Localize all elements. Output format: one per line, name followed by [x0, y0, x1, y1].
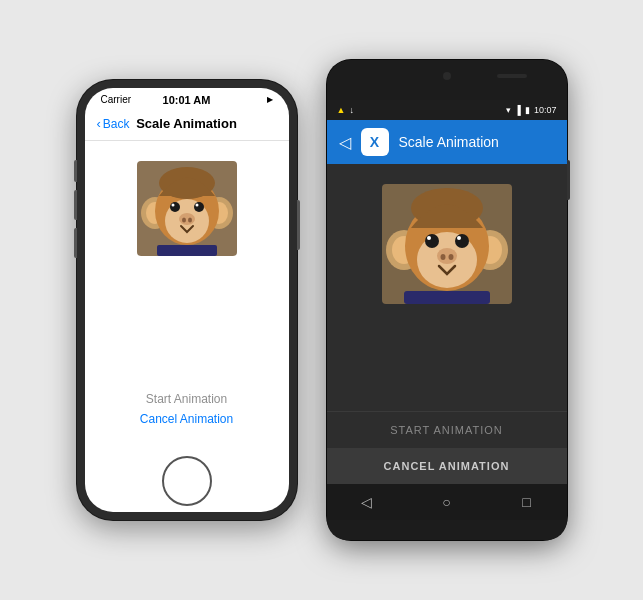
android-camera — [443, 72, 451, 80]
android-toolbar-title: Scale Animation — [399, 134, 499, 150]
android-battery-icon: ▮ — [525, 105, 530, 115]
android-time: 10:07 — [534, 105, 557, 115]
ios-mute-switch — [74, 160, 77, 182]
ios-back-button[interactable]: ‹ Back — [97, 116, 130, 131]
svg-point-23 — [425, 234, 439, 248]
android-nav-back[interactable]: ◁ — [355, 490, 379, 514]
android-status-right: ▾ ▐ ▮ 10:07 — [506, 105, 557, 115]
ios-volume-up — [74, 190, 77, 220]
android-nav-recent[interactable]: □ — [515, 490, 539, 514]
ios-navbar: ‹ Back Scale Animation — [85, 107, 289, 141]
android-power-button — [567, 160, 570, 200]
ios-status-bar: Carrier 10:01 AM ▶ — [85, 88, 289, 107]
svg-point-25 — [427, 236, 431, 240]
android-bottom-actions: START ANIMATION CANCEL ANIMATION — [327, 411, 567, 484]
android-app-icon: X — [361, 128, 389, 156]
android-status-bar: ▲ ↓ ▾ ▐ ▮ 10:07 — [327, 100, 567, 120]
svg-point-24 — [455, 234, 469, 248]
svg-point-10 — [195, 204, 198, 207]
ios-actions: Start Animation Cancel Animation — [85, 392, 289, 426]
svg-point-13 — [188, 218, 192, 223]
ios-nav-title: Scale Animation — [136, 116, 237, 131]
ios-cancel-animation-button[interactable]: Cancel Animation — [140, 412, 233, 426]
svg-point-29 — [448, 254, 453, 260]
android-monkey-image — [382, 184, 512, 304]
svg-rect-15 — [157, 245, 217, 256]
android-back-button[interactable]: ◁ — [339, 133, 351, 152]
ios-volume-down — [74, 228, 77, 258]
ios-start-animation-button[interactable]: Start Animation — [146, 392, 227, 406]
svg-point-12 — [182, 218, 186, 223]
android-phone: ▲ ↓ ▾ ▐ ▮ 10:07 ◁ X Scale Animation — [327, 60, 567, 540]
android-cancel-animation-button[interactable]: CANCEL ANIMATION — [327, 448, 567, 484]
svg-point-26 — [457, 236, 461, 240]
android-toolbar: ◁ X Scale Animation — [327, 120, 567, 164]
ios-time: 10:01 AM — [163, 94, 211, 106]
android-nav-bar: ◁ ○ □ — [327, 484, 567, 520]
svg-point-11 — [179, 213, 195, 225]
android-top-bezel — [327, 60, 567, 100]
android-start-animation-button[interactable]: START ANIMATION — [327, 411, 567, 448]
android-app-icon-label: X — [370, 134, 379, 150]
svg-point-8 — [194, 202, 204, 212]
ios-screen: Carrier 10:01 AM ▶ ‹ Back Scale Animatio… — [85, 88, 289, 512]
ios-phone: Carrier 10:01 AM ▶ ‹ Back Scale Animatio… — [77, 80, 297, 520]
android-status-left: ▲ ↓ — [337, 105, 354, 115]
android-wifi-icon: ▾ — [506, 105, 511, 115]
android-download-icon: ↓ — [349, 105, 354, 115]
android-bottom-bezel — [327, 520, 567, 540]
svg-point-7 — [170, 202, 180, 212]
ios-chevron-icon: ‹ — [97, 116, 101, 131]
svg-rect-31 — [404, 291, 490, 304]
ios-back-label: Back — [103, 117, 130, 131]
ios-power-button — [297, 200, 300, 250]
ios-content: Start Animation Cancel Animation — [85, 141, 289, 456]
android-signal-icon: ▐ — [515, 105, 521, 115]
ios-monkey-image — [137, 161, 237, 256]
ios-carrier: Carrier — [101, 94, 132, 105]
svg-point-27 — [437, 248, 457, 264]
ios-battery: ▶ — [267, 95, 273, 104]
android-nav-home[interactable]: ○ — [435, 490, 459, 514]
android-screen: ▲ ↓ ▾ ▐ ▮ 10:07 ◁ X Scale Animation — [327, 100, 567, 520]
svg-point-28 — [440, 254, 445, 260]
ios-home-button[interactable] — [162, 456, 212, 506]
android-warning-icon: ▲ — [337, 105, 346, 115]
android-content — [327, 164, 567, 411]
android-speaker — [497, 74, 527, 78]
svg-point-9 — [171, 204, 174, 207]
